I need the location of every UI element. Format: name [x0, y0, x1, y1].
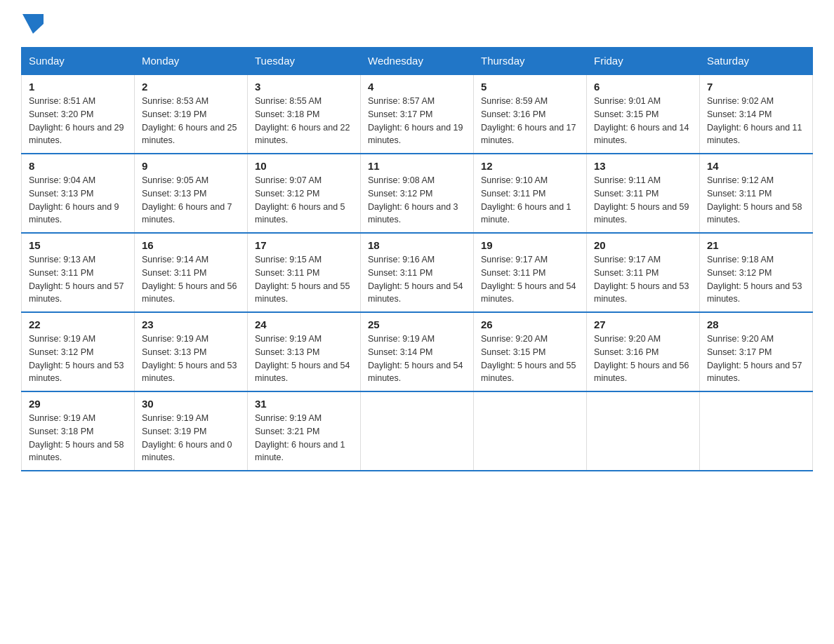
calendar-cell: 25Sunrise: 9:19 AMSunset: 3:14 PMDayligh…	[361, 312, 474, 391]
calendar-cell: 5Sunrise: 8:59 AMSunset: 3:16 PMDaylight…	[474, 74, 587, 154]
day-info: Sunrise: 9:20 AMSunset: 3:15 PMDaylight:…	[481, 333, 579, 385]
svg-marker-0	[22, 14, 44, 34]
day-number: 19	[481, 239, 579, 251]
day-header-wednesday: Wednesday	[361, 48, 474, 75]
logo-icon	[22, 14, 44, 34]
day-info: Sunrise: 9:10 AMSunset: 3:11 PMDaylight:…	[481, 174, 579, 227]
day-info: Sunrise: 9:20 AMSunset: 3:17 PMDaylight:…	[707, 333, 805, 385]
day-number: 17	[255, 239, 353, 251]
calendar-cell: 27Sunrise: 9:20 AMSunset: 3:16 PMDayligh…	[587, 312, 700, 391]
day-number: 31	[255, 398, 353, 410]
day-number: 22	[29, 318, 127, 330]
day-number: 25	[368, 318, 466, 330]
day-info: Sunrise: 9:20 AMSunset: 3:16 PMDaylight:…	[594, 333, 692, 385]
day-info: Sunrise: 9:11 AMSunset: 3:11 PMDaylight:…	[594, 174, 692, 227]
calendar-cell: 4Sunrise: 8:57 AMSunset: 3:17 PMDaylight…	[361, 74, 474, 154]
calendar-table: SundayMondayTuesdayWednesdayThursdayFrid…	[21, 47, 813, 471]
calendar-cell: 16Sunrise: 9:14 AMSunset: 3:11 PMDayligh…	[135, 233, 248, 312]
day-number: 21	[707, 239, 805, 251]
calendar-cell: 8Sunrise: 9:04 AMSunset: 3:13 PMDaylight…	[22, 154, 135, 233]
day-header-thursday: Thursday	[474, 48, 587, 75]
calendar-cell: 31Sunrise: 9:19 AMSunset: 3:21 PMDayligh…	[248, 391, 361, 471]
calendar-cell: 12Sunrise: 9:10 AMSunset: 3:11 PMDayligh…	[474, 154, 587, 233]
calendar-cell: 28Sunrise: 9:20 AMSunset: 3:17 PMDayligh…	[700, 312, 813, 391]
day-number: 6	[594, 81, 692, 93]
calendar-cell	[361, 391, 474, 471]
day-number: 1	[29, 81, 127, 93]
day-number: 30	[142, 398, 240, 410]
day-info: Sunrise: 9:08 AMSunset: 3:12 PMDaylight:…	[368, 174, 466, 227]
calendar-cell: 18Sunrise: 9:16 AMSunset: 3:11 PMDayligh…	[361, 233, 474, 312]
day-info: Sunrise: 8:51 AMSunset: 3:20 PMDaylight:…	[29, 95, 127, 147]
day-info: Sunrise: 9:19 AMSunset: 3:14 PMDaylight:…	[368, 333, 466, 385]
calendar-cell: 10Sunrise: 9:07 AMSunset: 3:12 PMDayligh…	[248, 154, 361, 233]
calendar-cell	[474, 391, 587, 471]
calendar-cell: 3Sunrise: 8:55 AMSunset: 3:18 PMDaylight…	[248, 74, 361, 154]
calendar-cell: 2Sunrise: 8:53 AMSunset: 3:19 PMDaylight…	[135, 74, 248, 154]
day-number: 27	[594, 318, 692, 330]
day-header-tuesday: Tuesday	[248, 48, 361, 75]
day-info: Sunrise: 9:07 AMSunset: 3:12 PMDaylight:…	[255, 174, 353, 227]
day-number: 5	[481, 81, 579, 93]
day-info: Sunrise: 8:59 AMSunset: 3:16 PMDaylight:…	[481, 95, 579, 147]
day-info: Sunrise: 8:53 AMSunset: 3:19 PMDaylight:…	[142, 95, 240, 147]
calendar-cell: 30Sunrise: 9:19 AMSunset: 3:19 PMDayligh…	[135, 391, 248, 471]
day-number: 12	[481, 160, 579, 172]
calendar-cell: 1Sunrise: 8:51 AMSunset: 3:20 PMDaylight…	[22, 74, 135, 154]
week-row-2: 8Sunrise: 9:04 AMSunset: 3:13 PMDaylight…	[22, 154, 813, 233]
calendar-cell: 21Sunrise: 9:18 AMSunset: 3:12 PMDayligh…	[700, 233, 813, 312]
day-number: 16	[142, 239, 240, 251]
calendar-cell: 22Sunrise: 9:19 AMSunset: 3:12 PMDayligh…	[22, 312, 135, 391]
day-info: Sunrise: 9:14 AMSunset: 3:11 PMDaylight:…	[142, 253, 240, 306]
page-header	[21, 14, 813, 34]
calendar-cell: 24Sunrise: 9:19 AMSunset: 3:13 PMDayligh…	[248, 312, 361, 391]
calendar-cell: 15Sunrise: 9:13 AMSunset: 3:11 PMDayligh…	[22, 233, 135, 312]
day-number: 29	[29, 398, 127, 410]
day-info: Sunrise: 8:55 AMSunset: 3:18 PMDaylight:…	[255, 95, 353, 147]
calendar-cell: 9Sunrise: 9:05 AMSunset: 3:13 PMDaylight…	[135, 154, 248, 233]
day-info: Sunrise: 9:18 AMSunset: 3:12 PMDaylight:…	[707, 253, 805, 306]
week-row-3: 15Sunrise: 9:13 AMSunset: 3:11 PMDayligh…	[22, 233, 813, 312]
day-info: Sunrise: 9:19 AMSunset: 3:12 PMDaylight:…	[29, 333, 127, 385]
day-info: Sunrise: 9:02 AMSunset: 3:14 PMDaylight:…	[707, 95, 805, 147]
day-header-saturday: Saturday	[700, 48, 813, 75]
day-header-monday: Monday	[135, 48, 248, 75]
logo	[21, 14, 42, 34]
calendar-cell	[587, 391, 700, 471]
day-number: 15	[29, 239, 127, 251]
day-header-sunday: Sunday	[22, 48, 135, 75]
day-info: Sunrise: 9:16 AMSunset: 3:11 PMDaylight:…	[368, 253, 466, 306]
day-number: 11	[368, 160, 466, 172]
day-info: Sunrise: 9:12 AMSunset: 3:11 PMDaylight:…	[707, 174, 805, 227]
day-number: 26	[481, 318, 579, 330]
day-number: 14	[707, 160, 805, 172]
logo-text	[21, 14, 42, 37]
day-number: 24	[255, 318, 353, 330]
day-number: 20	[594, 239, 692, 251]
day-number: 23	[142, 318, 240, 330]
day-info: Sunrise: 9:19 AMSunset: 3:13 PMDaylight:…	[142, 333, 240, 385]
day-info: Sunrise: 9:19 AMSunset: 3:21 PMDaylight:…	[255, 412, 353, 464]
day-number: 28	[707, 318, 805, 330]
day-number: 7	[707, 81, 805, 93]
day-header-friday: Friday	[587, 48, 700, 75]
day-info: Sunrise: 9:01 AMSunset: 3:15 PMDaylight:…	[594, 95, 692, 147]
days-header-row: SundayMondayTuesdayWednesdayThursdayFrid…	[22, 48, 813, 75]
day-info: Sunrise: 9:05 AMSunset: 3:13 PMDaylight:…	[142, 174, 240, 227]
day-number: 18	[368, 239, 466, 251]
calendar-cell: 7Sunrise: 9:02 AMSunset: 3:14 PMDaylight…	[700, 74, 813, 154]
day-info: Sunrise: 9:13 AMSunset: 3:11 PMDaylight:…	[29, 253, 127, 306]
day-info: Sunrise: 9:19 AMSunset: 3:19 PMDaylight:…	[142, 412, 240, 464]
week-row-4: 22Sunrise: 9:19 AMSunset: 3:12 PMDayligh…	[22, 312, 813, 391]
day-number: 4	[368, 81, 466, 93]
day-info: Sunrise: 9:17 AMSunset: 3:11 PMDaylight:…	[594, 253, 692, 306]
calendar-cell	[700, 391, 813, 471]
calendar-cell: 20Sunrise: 9:17 AMSunset: 3:11 PMDayligh…	[587, 233, 700, 312]
day-info: Sunrise: 9:17 AMSunset: 3:11 PMDaylight:…	[481, 253, 579, 306]
calendar-cell: 13Sunrise: 9:11 AMSunset: 3:11 PMDayligh…	[587, 154, 700, 233]
day-info: Sunrise: 9:04 AMSunset: 3:13 PMDaylight:…	[29, 174, 127, 227]
day-number: 3	[255, 81, 353, 93]
day-number: 8	[29, 160, 127, 172]
calendar-cell: 29Sunrise: 9:19 AMSunset: 3:18 PMDayligh…	[22, 391, 135, 471]
week-row-5: 29Sunrise: 9:19 AMSunset: 3:18 PMDayligh…	[22, 391, 813, 471]
